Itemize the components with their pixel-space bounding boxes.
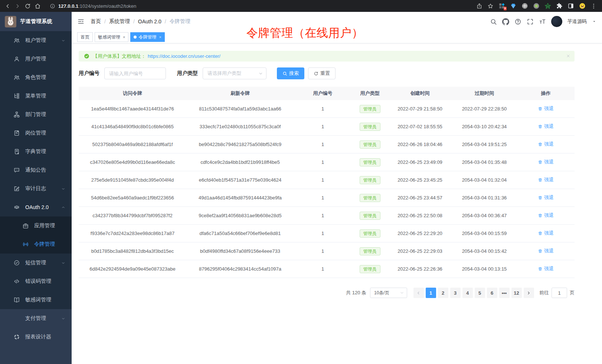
- expire-time-cell: 2054-03-04 00:36:47: [452, 213, 517, 218]
- next-page-button[interactable]: [524, 288, 534, 298]
- page-button-5[interactable]: 5: [475, 288, 485, 298]
- page-button-1[interactable]: 1: [426, 288, 436, 298]
- sidebar-item-user[interactable]: 用户管理: [0, 50, 72, 68]
- column-header: 刷新令牌: [186, 90, 294, 97]
- sidebar-item-dict[interactable]: 字典管理: [0, 142, 72, 161]
- forward-icon[interactable]: [14, 3, 21, 9]
- alert-link[interactable]: https://doc.iocoder.cn/user-center/: [148, 53, 220, 59]
- prev-page-button[interactable]: [413, 288, 424, 298]
- sidebar: 芋道管理系统 租户管理用户管理角色管理菜单管理部门管理岗位管理字典管理通知公告审…: [0, 12, 72, 364]
- sidebar-item-audit[interactable]: 审计日志: [0, 179, 72, 198]
- username[interactable]: 芋道源码: [567, 18, 587, 25]
- tab-令牌管理[interactable]: 令牌管理×: [130, 32, 164, 42]
- chevron-down-icon: [61, 261, 66, 265]
- record-extension-icon[interactable]: [533, 3, 540, 9]
- menu-kebab-icon[interactable]: [590, 3, 597, 9]
- table-row: 1ea5e44f8bc1467aaede43144f31de76811c5304…: [79, 100, 575, 118]
- sidebar-item-label: 敏感词管理: [25, 297, 51, 303]
- sidebar-item-oauth2-app[interactable]: 应用管理: [0, 216, 72, 235]
- page-button-6[interactable]: 6: [487, 288, 497, 298]
- search-button[interactable]: 搜索: [277, 67, 304, 79]
- sidebar-item-oauth2-token[interactable]: 令牌管理: [0, 235, 72, 254]
- goto-page-input[interactable]: [552, 288, 567, 298]
- share-icon[interactable]: [476, 3, 482, 9]
- sidebar-item-tenant[interactable]: 租户管理: [0, 31, 72, 50]
- force-logout-button[interactable]: 强退: [538, 248, 554, 254]
- fullscreen-icon[interactable]: [527, 18, 534, 25]
- breadcrumb-item[interactable]: 系统管理: [109, 18, 130, 25]
- breadcrumb-item[interactable]: OAuth 2.0: [138, 19, 161, 24]
- close-icon[interactable]: ×: [123, 35, 125, 39]
- page-button-12[interactable]: 12: [511, 288, 522, 298]
- sidebar-item-dept[interactable]: 部门管理: [0, 105, 72, 124]
- sidebar-item-role[interactable]: 角色管理: [0, 68, 72, 87]
- sidebar-item-sensitive[interactable]: 敏感词管理: [0, 291, 72, 309]
- page-size-select[interactable]: 10条/页: [370, 288, 407, 298]
- main-area: 首页/系统管理/OAuth 2.0/令牌管理 芋道源码 首页敏感词管理×令牌管理…: [72, 12, 602, 364]
- tab-首页[interactable]: 首页: [77, 32, 93, 42]
- created-time-cell: 2022-06-25 22:29:20: [388, 231, 452, 236]
- force-logout-button[interactable]: 强退: [538, 230, 554, 236]
- help-icon[interactable]: [514, 18, 521, 25]
- sidebar-item-oauth2[interactable]: OAuth 2.0: [0, 198, 72, 216]
- pagination-more[interactable]: •••: [499, 288, 510, 298]
- user-type-select[interactable]: 请选择用户类型: [203, 67, 266, 79]
- force-logout-button[interactable]: 强退: [538, 159, 554, 165]
- sidebar-item-post[interactable]: 岗位管理: [0, 124, 72, 142]
- force-logout-button[interactable]: 强退: [538, 141, 554, 148]
- close-icon[interactable]: ×: [159, 35, 161, 39]
- search-icon[interactable]: [490, 18, 497, 25]
- force-logout-button[interactable]: 强退: [538, 194, 554, 201]
- github-icon[interactable]: [502, 18, 509, 25]
- force-logout-button[interactable]: 强退: [538, 105, 554, 112]
- reset-button[interactable]: 重置: [308, 67, 336, 79]
- chevron-right-icon: [526, 291, 531, 295]
- reload-icon[interactable]: [24, 3, 31, 9]
- page-button-4[interactable]: 4: [462, 288, 473, 298]
- back-icon[interactable]: [4, 3, 11, 9]
- puzzle-extensions-icon[interactable]: [556, 3, 563, 9]
- page-button-3[interactable]: 3: [450, 288, 461, 298]
- table-row: c347026e805e4d99b0d116eae66eda8ccdfc4ce9…: [79, 153, 575, 171]
- page-button-2[interactable]: 2: [438, 288, 448, 298]
- sidebar-item-label: 审计日志: [25, 185, 46, 192]
- sidebar-item-menu[interactable]: 菜单管理: [0, 87, 72, 105]
- profile-emoji-icon[interactable]: [579, 3, 586, 9]
- breadcrumb-item[interactable]: 首页: [91, 18, 101, 25]
- sidebar-collapse-icon[interactable]: [77, 18, 85, 25]
- force-logout-button[interactable]: 强退: [538, 176, 554, 183]
- audit-pencil-icon: [13, 185, 20, 192]
- workspaces-extension-icon[interactable]: 9: [498, 3, 505, 9]
- font-size-icon[interactable]: [539, 18, 546, 25]
- table-row: 502375b8040a469a9b82188afdf6af1fbe90422b…: [79, 136, 575, 153]
- sidebar-item-sms[interactable]: 短信管理: [0, 254, 72, 272]
- alert-close-icon[interactable]: [566, 54, 570, 58]
- bookmark-star-icon[interactable]: [487, 3, 494, 9]
- star-extension-icon[interactable]: [544, 3, 551, 9]
- address-bar[interactable]: 127.0.0.1:1024/system/oauth2/token: [45, 3, 472, 9]
- screenshot-extension-icon[interactable]: [521, 3, 528, 9]
- site-info-icon[interactable]: [50, 3, 55, 9]
- access-token-cell: 275e5de9151045fe87cbdc395e004f4d: [79, 177, 186, 183]
- user-id-label: 用户编号: [79, 70, 99, 77]
- url-text[interactable]: 127.0.0.1:1024/system/oauth2/token: [58, 3, 136, 9]
- sidebar-item-notice[interactable]: 通知公告: [0, 161, 72, 179]
- sidebar-item-errcode[interactable]: 错误码管理: [0, 272, 72, 291]
- created-time-cell: 2022-06-25 23:45:25: [388, 177, 452, 183]
- user-id-input[interactable]: [104, 67, 166, 79]
- home-icon[interactable]: [35, 3, 41, 9]
- tab-敏感词管理[interactable]: 敏感词管理×: [95, 32, 128, 42]
- sidebar-item-label: 通知公告: [25, 167, 46, 173]
- user-caret-down-icon[interactable]: [592, 19, 596, 24]
- check-circle-icon: [84, 53, 89, 59]
- gem-extension-icon[interactable]: [510, 3, 517, 9]
- force-logout-button[interactable]: 强退: [538, 123, 554, 130]
- force-logout-button[interactable]: 强退: [538, 212, 554, 219]
- split-screen-icon[interactable]: [567, 3, 574, 9]
- sidebar-logo[interactable]: 芋道管理系统: [0, 12, 72, 31]
- sidebar-item-report[interactable]: 报表设计器: [0, 328, 72, 346]
- user-avatar[interactable]: [551, 16, 562, 27]
- sidebar-item-pay[interactable]: 支付管理: [0, 309, 72, 328]
- chat-bubble-icon: [13, 167, 20, 173]
- force-logout-button[interactable]: 强退: [538, 265, 554, 272]
